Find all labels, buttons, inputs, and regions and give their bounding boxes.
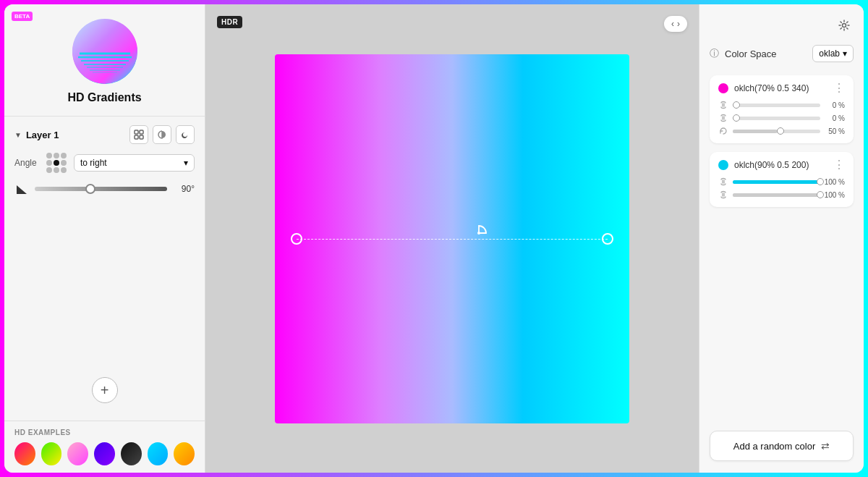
color-stop-2-dot[interactable] <box>718 160 728 170</box>
info-icon: ⓘ <box>710 47 719 60</box>
layer-header: ▼ Layer 1 <box>14 125 195 144</box>
link-icon-4 <box>720 190 727 199</box>
dot-tl <box>46 153 52 159</box>
hdr-badge: HDR <box>217 16 242 28</box>
stop-2-slider-2-track[interactable] <box>733 193 820 197</box>
color-stop-2-left: oklch(90% 0.5 200) <box>718 160 809 170</box>
stop-1-slider-3-thumb[interactable] <box>777 127 784 135</box>
dot-tm <box>54 153 59 159</box>
add-random-color-button[interactable]: Add a random color ⇄ <box>710 431 854 461</box>
color-stop-1-name: oklch(70% 0.5 340) <box>734 83 809 93</box>
angle-slider-track[interactable] <box>35 187 167 191</box>
half-circle-icon-button[interactable] <box>153 125 171 144</box>
grid-icon <box>134 130 144 140</box>
stop-1-slider-3-row: 50 % <box>718 126 845 136</box>
stop-2-slider-1-value: 100 % <box>825 178 845 186</box>
beta-badge: BETA <box>12 12 33 21</box>
stop-2-slider-1-thumb[interactable] <box>817 178 824 185</box>
color-space-row: ⓘ Color Space oklab ▾ <box>710 45 854 62</box>
hd-examples-label: HD EXAMPLES <box>14 429 195 436</box>
svg-rect-11 <box>135 135 138 139</box>
app-container: BETA <box>4 4 864 473</box>
angle-icon <box>14 182 29 196</box>
stop-2-slider-2-thumb[interactable] <box>817 191 824 198</box>
svg-rect-9 <box>135 130 138 134</box>
hd-examples-section: HD EXAMPLES <box>4 421 205 473</box>
stop-1-slider-1-value: 0 % <box>825 101 845 109</box>
example-swatch-purple[interactable] <box>94 442 115 465</box>
app-logo <box>72 19 137 84</box>
angle-slider-thumb[interactable] <box>85 184 95 194</box>
stop-1-slider-2-row: 0 % <box>718 113 845 123</box>
stop-2-slider-1-track[interactable] <box>733 180 820 184</box>
stop-1-slider-2-track[interactable] <box>733 117 820 120</box>
angle-slider-value: 90° <box>173 184 195 194</box>
gradient-dashed-line <box>297 239 608 240</box>
link-icon-1 <box>718 100 728 110</box>
svg-rect-10 <box>140 130 143 134</box>
angle-row: Angle to right ▾ <box>14 153 195 173</box>
rotate-icon-svg <box>719 127 728 135</box>
examples-row <box>14 442 195 465</box>
layer-title-row: ▼ Layer 1 <box>14 130 59 140</box>
example-swatch-gold[interactable] <box>174 442 195 465</box>
right-panel-header <box>710 16 854 35</box>
color-space-label: Color Space <box>725 48 807 59</box>
stop-1-slider-1-row: 0 % <box>718 100 845 110</box>
dot-mr <box>61 160 67 166</box>
logo-svg <box>72 19 137 84</box>
nav-arrows[interactable]: ‹ › <box>664 16 687 32</box>
stop-1-slider-1-track[interactable] <box>733 104 820 107</box>
prev-arrow-icon[interactable]: ‹ <box>671 19 674 29</box>
color-stop-1-dot[interactable] <box>718 83 728 93</box>
svg-point-13 <box>477 232 480 235</box>
next-arrow-icon[interactable]: › <box>677 19 680 29</box>
stop-1-slider-2-thumb[interactable] <box>733 114 740 122</box>
moon-icon-button[interactable] <box>176 125 195 144</box>
dot-ml <box>46 160 52 166</box>
dot-mm <box>54 160 59 166</box>
direction-dots[interactable] <box>46 153 67 173</box>
rotate-icon <box>718 126 728 136</box>
example-swatch-cyan[interactable] <box>148 442 169 465</box>
layer-caret-icon[interactable]: ▼ <box>14 131 22 139</box>
color-stop-1-left: oklch(70% 0.5 340) <box>718 83 809 93</box>
example-swatch-dark[interactable] <box>121 442 142 465</box>
example-swatch-green[interactable] <box>41 442 62 465</box>
right-panel: ⓘ Color Space oklab ▾ oklch(70% 0.5 340)… <box>699 4 864 473</box>
stop-2-link-icon-2 <box>718 190 728 200</box>
grid-icon-button[interactable] <box>129 125 148 144</box>
color-stop-2-more-button[interactable]: ⋮ <box>833 159 845 171</box>
sidebar: BETA <box>4 4 205 473</box>
color-stop-1-more-button[interactable]: ⋮ <box>833 83 845 94</box>
stop-2-link-icon-1 <box>718 177 728 187</box>
stop-1-slider-2-value: 0 % <box>825 114 845 122</box>
stop-2-slider-2-row: 100 % <box>718 190 845 200</box>
add-layer-button[interactable]: + <box>92 377 118 403</box>
link-icon <box>720 101 727 109</box>
color-space-select[interactable]: oklab ▾ <box>812 45 854 62</box>
layer-name: Layer 1 <box>26 130 59 140</box>
example-swatch-warm[interactable] <box>14 442 35 465</box>
svg-rect-12 <box>140 135 143 139</box>
gear-icon <box>838 20 850 31</box>
sidebar-header: BETA <box>4 4 205 117</box>
color-stop-1-sliders: 0 % 0 % <box>718 100 845 136</box>
example-swatch-pink[interactable] <box>67 442 88 465</box>
color-stop-1-header: oklch(70% 0.5 340) ⋮ <box>718 83 845 94</box>
stop-1-slider-3-track[interactable] <box>733 130 820 133</box>
svg-point-14 <box>843 24 846 28</box>
color-space-chevron-icon: ▾ <box>843 48 847 59</box>
direction-value: to right <box>80 158 107 168</box>
gradient-handle-left[interactable] <box>291 233 302 245</box>
link-icon-2 <box>720 114 727 122</box>
direction-select[interactable]: to right ▾ <box>74 154 195 172</box>
color-stop-2-sliders: 100 % 100 % <box>718 177 845 200</box>
stop-1-slider-1-thumb[interactable] <box>733 101 740 109</box>
layer-section: ▼ Layer 1 <box>4 117 205 377</box>
color-stop-2: oklch(90% 0.5 200) ⋮ 100 % <box>710 152 854 207</box>
color-stop-2-header: oklch(90% 0.5 200) ⋮ <box>718 159 845 171</box>
settings-button[interactable] <box>835 16 854 35</box>
gradient-handle-right[interactable] <box>602 233 613 245</box>
midpoint-handle[interactable] <box>470 224 488 240</box>
